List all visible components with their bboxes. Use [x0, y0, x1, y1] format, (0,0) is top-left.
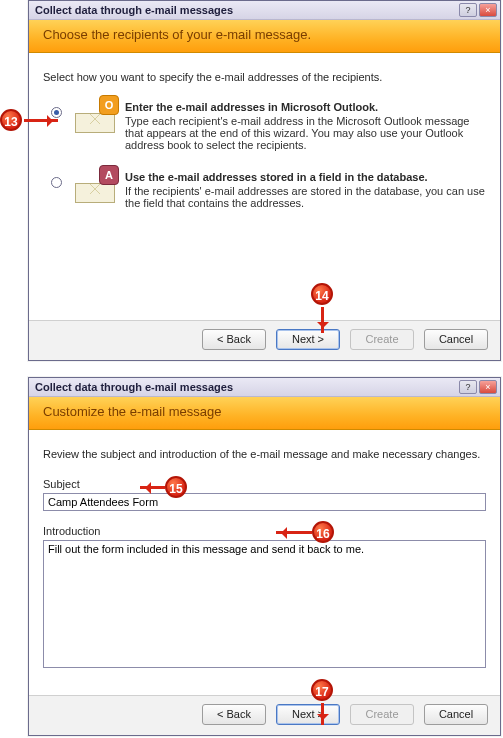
arrow-15 [140, 486, 165, 489]
help-button[interactable]: ? [459, 380, 477, 394]
wizard-instruction: Review the subject and introduction of t… [43, 448, 486, 460]
next-button[interactable]: Next > [276, 329, 340, 350]
option-database-title: Use the e-mail addresses stored in a fie… [125, 171, 486, 183]
close-button[interactable]: × [479, 3, 497, 17]
wizard-heading: Choose the recipients of your e-mail mes… [29, 20, 500, 53]
close-button[interactable]: × [479, 380, 497, 394]
window-title: Collect data through e-mail messages [35, 4, 459, 16]
option-outlook-desc: Type each recipient's e-mail address in … [125, 115, 486, 151]
next-button[interactable]: Next > [276, 704, 340, 725]
option-database[interactable]: A Use the e-mail addresses stored in a f… [43, 171, 486, 209]
create-button: Create [350, 704, 414, 725]
outlook-mail-icon: O [75, 101, 115, 133]
callout-16: 16 [312, 521, 334, 543]
callout-15: 15 [165, 476, 187, 498]
radio-database[interactable] [51, 177, 62, 188]
arrow-14 [321, 307, 324, 333]
wizard-instruction: Select how you want to specify the e-mai… [43, 71, 486, 83]
wizard-heading: Customize the e-mail message [29, 397, 500, 430]
help-button[interactable]: ? [459, 3, 477, 17]
callout-13: 13 [0, 109, 22, 131]
option-outlook[interactable]: O Enter the e-mail addresses in Microsof… [43, 101, 486, 151]
access-mail-icon: A [75, 171, 115, 203]
create-button: Create [350, 329, 414, 350]
arrow-16 [276, 531, 312, 534]
wizard-window-recipients: Collect data through e-mail messages ? ×… [28, 0, 501, 361]
callout-14: 14 [311, 283, 333, 305]
back-button[interactable]: < Back [202, 329, 266, 350]
introduction-label: Introduction [43, 525, 486, 537]
option-database-desc: If the recipients' e-mail addresses are … [125, 185, 486, 209]
back-button[interactable]: < Back [202, 704, 266, 725]
window-title: Collect data through e-mail messages [35, 381, 459, 393]
introduction-textarea[interactable] [43, 540, 486, 668]
arrow-17 [321, 703, 324, 725]
title-bar[interactable]: Collect data through e-mail messages ? × [29, 1, 500, 20]
callout-17: 17 [311, 679, 333, 701]
arrow-13 [24, 119, 58, 122]
button-bar: < Back Next > Create Cancel [29, 695, 500, 735]
button-bar: < Back Next > Create Cancel [29, 320, 500, 360]
subject-input[interactable] [43, 493, 486, 511]
wizard-window-customize: Collect data through e-mail messages ? ×… [28, 377, 501, 736]
subject-label: Subject [43, 478, 486, 490]
cancel-button[interactable]: Cancel [424, 329, 488, 350]
title-bar[interactable]: Collect data through e-mail messages ? × [29, 378, 500, 397]
option-outlook-title: Enter the e-mail addresses in Microsoft … [125, 101, 486, 113]
cancel-button[interactable]: Cancel [424, 704, 488, 725]
